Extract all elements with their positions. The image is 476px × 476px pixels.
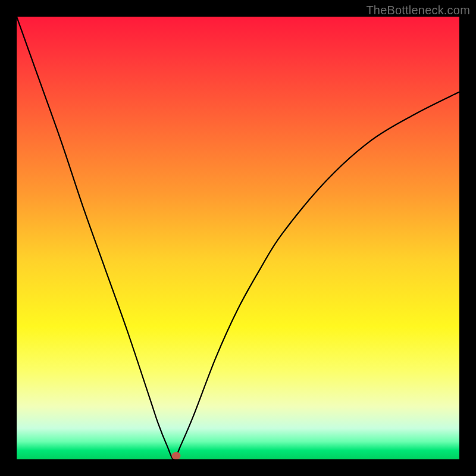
chart-plot-area	[17, 17, 459, 459]
bottleneck-curve	[17, 17, 459, 459]
watermark-text: TheBottleneck.com	[366, 4, 470, 17]
optimal-point-marker	[171, 452, 180, 459]
